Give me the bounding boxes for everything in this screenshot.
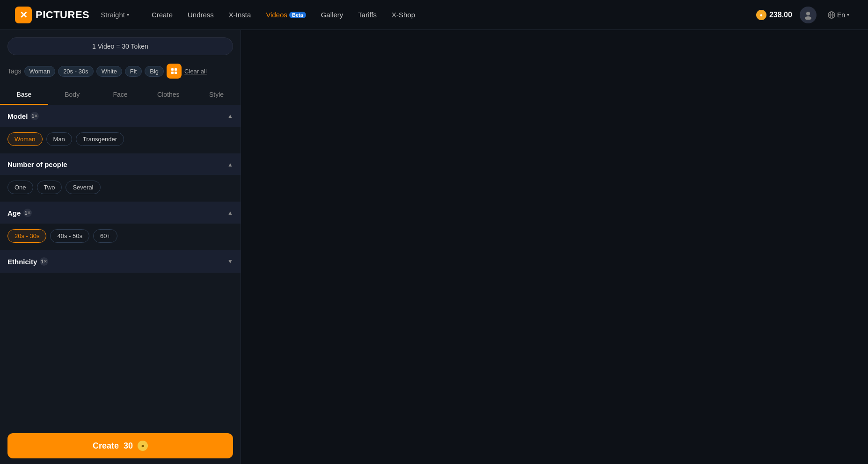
- age-options: 20s - 30s 40s - 50s 60+: [0, 224, 241, 250]
- svg-rect-9: [171, 72, 174, 74]
- tag-chip-big[interactable]: Big: [145, 66, 164, 77]
- tags-row: Tags Woman 20s - 30s White Fit Big Clear…: [0, 59, 241, 83]
- create-button[interactable]: Create 30 ●: [7, 433, 233, 458]
- tab-face[interactable]: Face: [96, 85, 145, 105]
- age-section-title: Age 1 ✕: [7, 209, 32, 217]
- number-of-people-options: One Two Several: [0, 175, 241, 202]
- lang-selector[interactable]: En ▾: [824, 9, 853, 21]
- option-40s-50s[interactable]: 40s - 50s: [50, 229, 89, 243]
- option-man[interactable]: Man: [46, 132, 72, 146]
- tab-clothes[interactable]: Clothes: [144, 85, 192, 105]
- mode-label: Straight: [101, 11, 125, 19]
- tab-body[interactable]: Body: [48, 85, 96, 105]
- header-right: ● 238.00 En ▾: [756, 7, 853, 23]
- option-one[interactable]: One: [7, 181, 33, 194]
- nav-videos[interactable]: Videos Beta: [266, 9, 306, 21]
- globe-icon: [828, 11, 835, 19]
- logo[interactable]: ✕ PICTURES: [15, 7, 89, 23]
- token-balance: ● 238.00: [756, 10, 792, 20]
- nav-xinsta[interactable]: X-Insta: [229, 9, 251, 21]
- right-panel: [241, 30, 868, 464]
- nav-undress[interactable]: Undress: [188, 9, 214, 21]
- number-of-people-section-title: Number of people: [7, 160, 67, 168]
- number-of-people-section: Number of people ▲ One Two Several: [0, 154, 241, 202]
- model-section: Model 1 ✕ ▲ Woman Man Transgender: [0, 105, 241, 154]
- create-btn-container: Create 30 ●: [0, 428, 241, 464]
- logo-text: PICTURES: [36, 9, 89, 21]
- token-coin-icon: ●: [756, 10, 766, 20]
- lang-label: En: [837, 11, 845, 19]
- filter-tabs: Base Body Face Clothes Style: [0, 85, 241, 105]
- model-section-title: Model 1 ✕: [7, 112, 39, 120]
- tag-chip-fit[interactable]: Fit: [125, 66, 142, 77]
- header: ✕ PICTURES Straight ▾ Create Undress X-I…: [0, 0, 868, 30]
- svg-rect-7: [171, 68, 174, 71]
- option-60plus[interactable]: 60+: [93, 229, 117, 243]
- main-layout: 1 Video = 30 Token Tags Woman 20s - 30s …: [0, 30, 868, 464]
- age-badge: 1 ✕: [23, 209, 32, 217]
- option-several[interactable]: Several: [66, 181, 100, 194]
- expand-icon: [170, 67, 178, 75]
- ethnicity-chevron-icon: ▼: [227, 258, 233, 265]
- main-nav: Create Undress X-Insta Videos Beta Galle…: [152, 9, 756, 21]
- model-options: Woman Man Transgender: [0, 127, 241, 153]
- user-icon: [803, 10, 813, 20]
- age-chevron-icon: ▲: [227, 210, 233, 216]
- nav-xshop[interactable]: X-Shop: [392, 9, 415, 21]
- age-section-header[interactable]: Age 1 ✕ ▲: [0, 202, 241, 224]
- option-two[interactable]: Two: [37, 181, 62, 194]
- nav-create[interactable]: Create: [152, 9, 173, 21]
- nav-gallery[interactable]: Gallery: [321, 9, 343, 21]
- tag-chip-woman[interactable]: Woman: [24, 66, 56, 77]
- sidebar: 1 Video = 30 Token Tags Woman 20s - 30s …: [0, 30, 241, 464]
- nav-tariffs[interactable]: Tariffs: [358, 9, 377, 21]
- tags-expand-button[interactable]: [167, 64, 182, 79]
- tab-base[interactable]: Base: [0, 85, 48, 105]
- token-amount: 238.00: [769, 11, 792, 19]
- mode-selector[interactable]: Straight ▾: [97, 9, 133, 21]
- model-chevron-icon: ▲: [227, 113, 233, 119]
- ethnicity-section-header[interactable]: Ethnicity 1 ✕ ▼: [0, 251, 241, 272]
- svg-rect-8: [175, 68, 177, 71]
- age-section: Age 1 ✕ ▲ 20s - 30s 40s - 50s 60+: [0, 202, 241, 251]
- svg-rect-10: [175, 72, 177, 74]
- videos-badge: Beta: [289, 12, 306, 18]
- model-section-header[interactable]: Model 1 ✕ ▲: [0, 105, 241, 127]
- chevron-down-icon: ▾: [127, 12, 129, 17]
- option-20s-30s[interactable]: 20s - 30s: [7, 229, 46, 243]
- svg-text:✕: ✕: [20, 10, 28, 20]
- svg-point-2: [806, 12, 810, 15]
- tab-style[interactable]: Style: [192, 85, 241, 105]
- tags-label: Tags: [7, 67, 22, 75]
- clear-all-button[interactable]: Clear all: [184, 68, 207, 75]
- option-woman[interactable]: Woman: [7, 132, 43, 146]
- tag-chip-white[interactable]: White: [96, 66, 122, 77]
- token-info-text: 1 Video = 30 Token: [92, 43, 148, 50]
- tag-chip-age[interactable]: 20s - 30s: [58, 66, 93, 77]
- model-badge: 1 ✕: [30, 112, 39, 120]
- token-info-bar: 1 Video = 30 Token: [7, 37, 233, 55]
- create-coin-icon: ●: [138, 441, 148, 451]
- number-of-people-section-header[interactable]: Number of people ▲: [0, 154, 241, 175]
- option-transgender[interactable]: Transgender: [76, 132, 124, 146]
- ethnicity-badge: 1 ✕: [40, 257, 48, 266]
- ethnicity-section: Ethnicity 1 ✕ ▼: [0, 251, 241, 273]
- lang-chevron-icon: ▾: [847, 12, 849, 17]
- number-of-people-chevron-icon: ▲: [227, 161, 233, 168]
- user-avatar[interactable]: [800, 7, 817, 23]
- svg-point-3: [805, 16, 811, 20]
- ethnicity-section-title: Ethnicity 1 ✕: [7, 257, 48, 266]
- logo-icon: ✕: [15, 7, 32, 23]
